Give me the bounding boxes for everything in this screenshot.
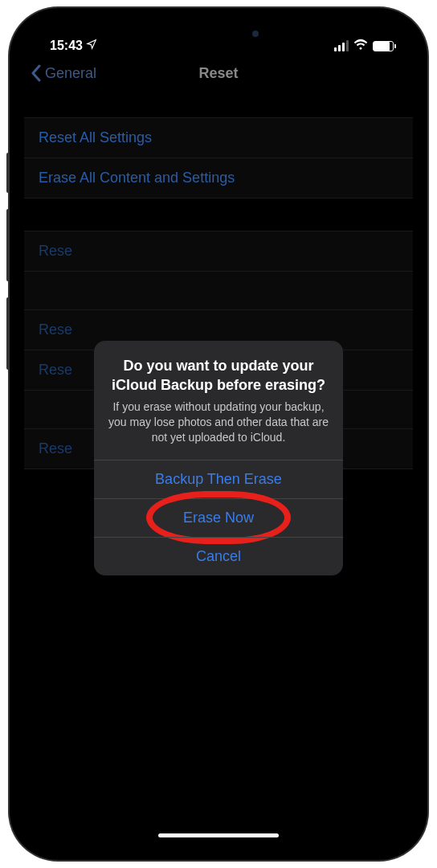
battery-icon [373, 41, 394, 51]
phone-frame: 15:43 General Reset Reset All [10, 8, 427, 860]
list-item-reset-all[interactable]: Reset All Settings [24, 118, 413, 158]
alert-dialog: Do you want to update your iCloud Backup… [94, 341, 343, 575]
nav-bar: General Reset [24, 58, 413, 93]
screen: 15:43 General Reset Reset All [24, 23, 413, 845]
cellular-icon [334, 40, 349, 51]
notch [138, 23, 299, 45]
status-time: 15:43 [50, 39, 83, 53]
list-group: Reset All Settings Erase All Content and… [24, 117, 413, 199]
alert-message: If you erase without updating your backu… [108, 399, 329, 445]
page-title: Reset [198, 65, 238, 82]
back-label: General [45, 65, 96, 82]
home-indicator[interactable] [158, 833, 279, 837]
erase-now-label: Erase Now [183, 510, 254, 526]
erase-now-button[interactable]: Erase Now [94, 498, 343, 537]
list-item[interactable]: Rese [24, 231, 413, 272]
chevron-left-icon [31, 64, 42, 82]
list-item-erase-all[interactable]: Erase All Content and Settings [24, 158, 413, 198]
backup-then-erase-button[interactable]: Backup Then Erase [94, 460, 343, 498]
back-button[interactable]: General [31, 64, 96, 82]
location-icon [86, 39, 97, 53]
alert-title: Do you want to update your iCloud Backup… [108, 357, 329, 395]
list-item[interactable] [24, 272, 413, 310]
wifi-icon [353, 39, 368, 53]
cancel-button[interactable]: Cancel [94, 537, 343, 575]
